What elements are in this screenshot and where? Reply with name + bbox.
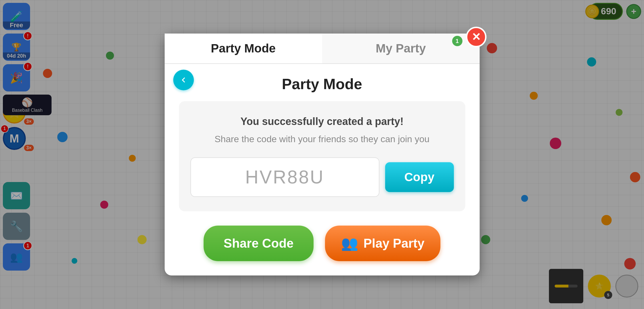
sub-message: Share the code with your friends so they… — [190, 132, 454, 146]
back-button[interactable] — [173, 70, 194, 90]
modal-title: Party Mode — [179, 73, 465, 93]
code-row: HVR88U Copy — [190, 157, 454, 197]
modal-body: Party Mode You successfully created a pa… — [165, 64, 480, 275]
tab-bar: Party Mode My Party 1 — [165, 34, 480, 64]
share-code-button[interactable]: Share Code — [204, 226, 314, 261]
content-box: You successfully created a party! Share … — [179, 101, 465, 211]
party-modal: ✕ Party Mode My Party 1 Party Mode — [165, 34, 480, 275]
close-button[interactable]: ✕ — [466, 27, 487, 47]
success-message: You successfully created a party! — [190, 116, 454, 128]
play-icon: 👥 — [341, 235, 358, 251]
copy-button[interactable]: Copy — [385, 162, 454, 192]
play-label: Play Party — [363, 236, 424, 251]
tab-party-mode[interactable]: Party Mode — [165, 34, 322, 63]
party-code: HVR88U — [190, 157, 379, 197]
play-party-button[interactable]: 👥 Play Party — [325, 226, 440, 261]
bottom-buttons: Share Code 👥 Play Party — [179, 226, 465, 261]
tab-notification: 1 — [452, 36, 462, 46]
tab-my-party[interactable]: My Party 1 — [322, 34, 480, 63]
modal-wrapper: ✕ Party Mode My Party 1 Party Mode — [165, 34, 480, 275]
